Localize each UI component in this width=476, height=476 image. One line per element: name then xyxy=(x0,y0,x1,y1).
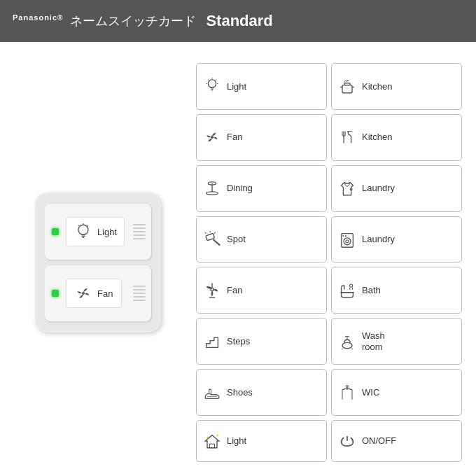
svg-point-41 xyxy=(345,235,346,237)
light-card-icon xyxy=(202,76,222,96)
svg-line-34 xyxy=(205,232,206,233)
svg-line-5 xyxy=(78,225,79,226)
bulb-icon xyxy=(74,222,93,241)
spot-icon xyxy=(202,230,222,249)
svg-rect-58 xyxy=(210,444,215,448)
bath-icon xyxy=(337,281,357,300)
card-wic-label: WIC xyxy=(362,387,379,398)
svg-point-39 xyxy=(346,240,349,243)
icon-grid: Light Kitchen Fan xyxy=(196,63,462,462)
card-spot-label: Spot xyxy=(227,234,246,245)
card-onoff-label: ON/OFF xyxy=(362,435,396,447)
svg-point-48 xyxy=(342,342,352,348)
svg-point-21 xyxy=(211,136,214,139)
card-fan: Fan xyxy=(196,114,327,161)
brand-logo: Panasonic® xyxy=(13,12,63,30)
card-bath: Bath xyxy=(331,267,462,314)
card-light: Light xyxy=(196,63,327,110)
card-laundry-machine: Laundry xyxy=(331,216,462,263)
card-onoff: ON/OFF xyxy=(331,420,462,462)
header: Panasonic® ネームスイッチカード Standard xyxy=(0,0,476,42)
svg-line-14 xyxy=(216,80,216,80)
laundry-shirt-icon xyxy=(337,178,357,198)
light-switch-label: Light xyxy=(97,227,117,237)
card-wic: WIC xyxy=(331,369,462,416)
svg-text:✦: ✦ xyxy=(216,433,219,438)
card-dining-label: Dining xyxy=(227,183,253,194)
dining-icon xyxy=(202,178,222,198)
fan-switch-icon xyxy=(74,284,93,303)
svg-text:✦: ✦ xyxy=(206,435,209,440)
svg-rect-20 xyxy=(344,83,350,85)
header-subtitle: ネームスイッチカード xyxy=(70,13,196,29)
card-fan-label: Fan xyxy=(227,132,242,143)
card-steps: Steps xyxy=(196,318,327,365)
card-laundry-shirt: Laundry xyxy=(331,165,462,212)
card-kitchen-fork: Kitchen xyxy=(331,114,462,161)
fan-switch-grip xyxy=(133,271,146,316)
svg-point-0 xyxy=(78,225,88,234)
card-house-light-label: Light xyxy=(227,435,246,447)
card-shoes-label: Shoes xyxy=(227,387,253,398)
svg-point-28 xyxy=(206,192,218,195)
svg-line-6 xyxy=(88,225,88,226)
fan-led xyxy=(52,290,59,297)
ceiling-fan-icon xyxy=(202,281,222,300)
card-laundry-machine-label: Laundry xyxy=(362,234,395,245)
fan-label-box: Fan xyxy=(66,279,122,308)
svg-point-47 xyxy=(350,284,353,287)
fan-card-icon xyxy=(202,127,222,147)
card-shoes: Shoes xyxy=(196,369,327,416)
card-spot: Spot xyxy=(196,216,327,263)
card-kitchen-pot-label: Kitchen xyxy=(362,81,392,92)
card-washroom: Wash room xyxy=(331,318,462,365)
svg-point-38 xyxy=(344,238,351,245)
switch-panel: Light xyxy=(21,63,175,462)
onoff-icon xyxy=(337,431,357,451)
shoes-icon xyxy=(202,383,222,402)
switch-grip xyxy=(133,209,146,254)
svg-point-7 xyxy=(82,292,85,295)
header-model: Standard xyxy=(206,12,272,30)
card-light-label: Light xyxy=(227,81,246,92)
svg-point-8 xyxy=(208,80,216,88)
fan-switch-label: Fan xyxy=(97,288,113,299)
card-dining: Dining xyxy=(196,165,327,212)
light-label-box: Light xyxy=(66,217,125,246)
svg-line-33 xyxy=(213,239,220,245)
brand-name: Panasonic xyxy=(13,13,57,22)
washroom-icon xyxy=(337,332,357,351)
house-light-icon: ✦ ✦ xyxy=(202,431,222,451)
card-ceiling-fan: Fan xyxy=(196,267,327,314)
svg-point-40 xyxy=(342,235,344,237)
main-content: Light xyxy=(0,42,476,476)
laundry-machine-icon xyxy=(337,230,357,249)
switch-plate: Light xyxy=(35,192,161,332)
svg-line-36 xyxy=(214,232,216,233)
light-led xyxy=(52,228,59,235)
card-laundry-shirt-label: Laundry xyxy=(362,183,395,194)
fork-knife-icon xyxy=(337,127,357,147)
card-steps-label: Steps xyxy=(227,336,250,347)
card-washroom-label: Wash room xyxy=(362,330,385,352)
svg-point-56 xyxy=(346,385,349,387)
svg-line-13 xyxy=(208,80,209,80)
card-kitchen-pot: Kitchen xyxy=(331,63,462,110)
light-switch[interactable]: Light xyxy=(45,204,151,260)
wic-icon xyxy=(337,383,357,402)
card-bath-label: Bath xyxy=(362,285,381,296)
kitchen-pot-icon xyxy=(337,76,357,96)
card-ceiling-fan-label: Fan xyxy=(227,285,242,296)
steps-icon xyxy=(202,332,222,351)
card-kitchen-fork-label: Kitchen xyxy=(362,132,392,143)
card-house-light: ✦ ✦ Light xyxy=(196,420,327,462)
fan-switch[interactable]: Fan xyxy=(45,265,151,321)
svg-rect-17 xyxy=(342,85,352,93)
